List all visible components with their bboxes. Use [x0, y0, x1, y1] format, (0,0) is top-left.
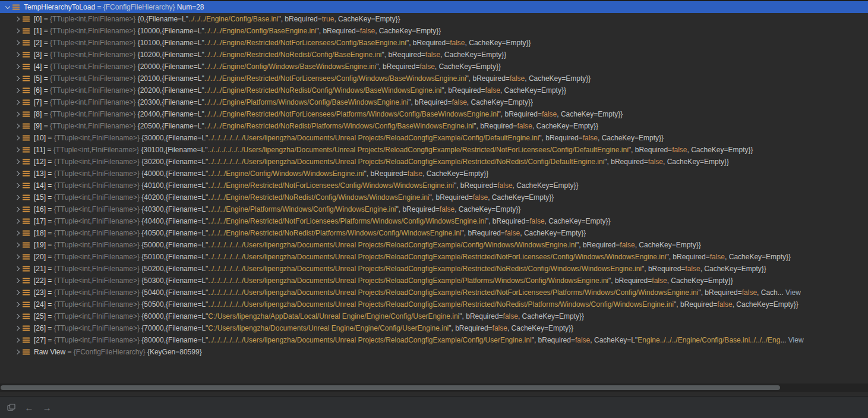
chevron-right-icon[interactable]: [12, 25, 23, 37]
tree-row[interactable]: [26] = {TTuple<int,FIniFilename>} {70000…: [0, 322, 868, 334]
tree-row[interactable]: [7] = {TTuple<int,FIniFilename>} {20300,…: [0, 96, 868, 108]
chevron-right-icon[interactable]: [12, 96, 23, 108]
item-name: [15]: [34, 193, 46, 202]
item-name: [20]: [34, 253, 46, 261]
chevron-right-icon[interactable]: [12, 322, 23, 334]
equals-sign: =: [42, 110, 50, 118]
chevron-right-icon[interactable]: [12, 287, 23, 298]
tree-row[interactable]: [23] = {TTuple<int,FIniFilename>} {50400…: [0, 287, 868, 298]
chevron-right-icon[interactable]: [12, 156, 23, 168]
chevron-right-icon[interactable]: [12, 144, 23, 156]
item-value: {20200,{Filename=L"../../../Engine/Restr…: [138, 86, 566, 95]
item-type: {TTuple<int,FIniFilename>}: [50, 74, 138, 83]
value-segment: , CacheKey=Empty}}: [733, 300, 798, 309]
tree-row[interactable]: [19] = {TTuple<int,FIniFilename>} {50000…: [0, 239, 868, 251]
tree-row[interactable]: [18] = {TTuple<int,FIniFilename>} {40500…: [0, 227, 868, 239]
tree-row[interactable]: Raw View = {FConfigFileHierarchy} {KeyGe…: [0, 346, 868, 358]
tree-row[interactable]: [3] = {TTuple<int,FIniFilename>} {10200,…: [0, 49, 868, 61]
tree-row[interactable]: [14] = {TTuple<int,FIniFilename>} {40100…: [0, 180, 868, 191]
chevron-right-icon[interactable]: [12, 191, 23, 203]
value-segment: , CacheKey=Empty}}: [435, 62, 501, 71]
chevron-right-icon[interactable]: [12, 346, 23, 358]
item-type: {TTuple<int,FIniFilename>}: [50, 27, 138, 35]
view-link[interactable]: View: [785, 288, 801, 297]
value-segment: {80000,{Filename=L": [141, 336, 208, 344]
chevron-right-icon[interactable]: [12, 13, 23, 25]
chevron-right-icon[interactable]: [12, 120, 23, 132]
item-name: [26]: [34, 324, 46, 332]
chevron-right-icon[interactable]: [12, 310, 23, 322]
value-segment: {40500,{Filename=L": [141, 229, 208, 237]
equals-sign: =: [46, 336, 54, 344]
tree-row[interactable]: [20] = {TTuple<int,FIniFilename>} {50100…: [0, 251, 868, 263]
item-value: {KeyGen=80599}: [147, 348, 202, 356]
chevron-right-icon[interactable]: [12, 275, 23, 287]
tree-row[interactable]: [12] = {TTuple<int,FIniFilename>} {30200…: [0, 156, 868, 168]
array-variable-icon: [23, 15, 34, 23]
tree-row[interactable]: [24] = {TTuple<int,FIniFilename>} {50500…: [0, 298, 868, 310]
chevron-right-icon[interactable]: [12, 132, 23, 144]
chevron-right-icon[interactable]: [12, 251, 23, 263]
item-name: [0]: [34, 15, 42, 23]
tree-row[interactable]: [5] = {TTuple<int,FIniFilename>} {20100,…: [0, 73, 868, 84]
equals-sign: =: [46, 217, 54, 225]
tree-row[interactable]: [27] = {TTuple<int,FIniFilename>} {80000…: [0, 334, 868, 346]
chevron-right-icon[interactable]: [12, 61, 23, 73]
chevron-right-icon[interactable]: [12, 263, 23, 275]
footer-toolbar: ← →: [0, 396, 868, 418]
item-value: {30000,{Filename=L"../../../../../../Use…: [141, 134, 664, 142]
scrollbar-thumb[interactable]: [1, 385, 780, 390]
forward-arrow-icon[interactable]: →: [39, 400, 55, 414]
item-name: [17]: [34, 217, 46, 225]
tree-row[interactable]: [15] = {TTuple<int,FIniFilename>} {40200…: [0, 191, 868, 203]
chevron-right-icon[interactable]: [12, 203, 23, 215]
tree-row[interactable]: [16] = {TTuple<int,FIniFilename>} {40300…: [0, 203, 868, 215]
value-segment: false: [505, 229, 520, 237]
tree-row[interactable]: [9] = {TTuple<int,FIniFilename>} {20500,…: [0, 120, 868, 132]
value-segment: ", bRequired=: [454, 181, 497, 190]
value-segment: ../../../Engine/Platforms/Windows/Config…: [208, 205, 396, 213]
tree-row[interactable]: [10] = {TTuple<int,FIniFilename>} {30000…: [0, 132, 868, 144]
tree-row[interactable]: [13] = {TTuple<int,FIniFilename>} {40000…: [0, 168, 868, 180]
chevron-right-icon[interactable]: [12, 168, 23, 180]
tree-row[interactable]: [1] = {TTuple<int,FIniFilename>} {10000,…: [0, 25, 868, 37]
tree-row[interactable]: [0] = {TTuple<int,FIniFilename>} {0,{Fil…: [0, 13, 868, 25]
value-segment: false: [710, 253, 725, 261]
item-name: [3]: [34, 51, 42, 59]
chevron-right-icon[interactable]: [12, 227, 23, 239]
open-in-new-tab-icon[interactable]: [4, 400, 19, 414]
row-text: [5] = {TTuple<int,FIniFilename>} {20100,…: [34, 74, 591, 83]
chevron-right-icon[interactable]: [12, 73, 23, 84]
equals-sign: =: [46, 312, 54, 320]
tree-row[interactable]: [4] = {TTuple<int,FIniFilename>} {20000,…: [0, 61, 868, 73]
item-value: {40200,{Filename=L"../../../Engine/Restr…: [141, 193, 554, 202]
horizontal-scrollbar[interactable]: [0, 384, 868, 392]
chevron-right-icon[interactable]: [12, 49, 23, 61]
tree-row[interactable]: [8] = {TTuple<int,FIniFilename>} {20400,…: [0, 108, 868, 120]
view-link[interactable]: View: [788, 336, 804, 344]
value-segment: ../../../Engine/Config/Windows/WindowsEn…: [208, 169, 364, 178]
chevron-right-icon[interactable]: [12, 298, 23, 310]
back-arrow-icon[interactable]: ←: [21, 400, 37, 414]
chevron-right-icon[interactable]: [12, 215, 23, 227]
chevron-right-icon[interactable]: [12, 239, 23, 251]
chevron-right-icon[interactable]: [12, 180, 23, 191]
value-segment: , CacheKey=Empty}}: [520, 229, 586, 237]
tree-row[interactable]: [22] = {TTuple<int,FIniFilename>} {50300…: [0, 275, 868, 287]
item-value: {20500,{Filename=L"../../../Engine/Restr…: [138, 122, 598, 130]
chevron-right-icon[interactable]: [12, 334, 23, 346]
value-segment: {50100,{Filename=L": [141, 253, 208, 261]
tree-row[interactable]: [17] = {TTuple<int,FIniFilename>} {40400…: [0, 215, 868, 227]
root-variable-row[interactable]: TempHierarchyToLoad = {FConfigFileHierar…: [0, 1, 868, 13]
chevron-right-icon[interactable]: [12, 84, 23, 96]
tree-row[interactable]: [11] = {TTuple<int,FIniFilename>} {30100…: [0, 144, 868, 156]
equals-sign: =: [45, 146, 53, 154]
tree-row[interactable]: [6] = {TTuple<int,FIniFilename>} {20200,…: [0, 84, 868, 96]
chevron-right-icon[interactable]: [12, 37, 23, 49]
tree-row[interactable]: [2] = {TTuple<int,FIniFilename>} {10100,…: [0, 37, 868, 49]
item-value: {50000,{Filename=L"../../../../../../Use…: [141, 241, 700, 249]
chevron-right-icon[interactable]: [12, 108, 23, 120]
tree-row[interactable]: [21] = {TTuple<int,FIniFilename>} {50200…: [0, 263, 868, 275]
tree-row[interactable]: [25] = {TTuple<int,FIniFilename>} {60000…: [0, 310, 868, 322]
chevron-down-icon[interactable]: [2, 1, 12, 13]
